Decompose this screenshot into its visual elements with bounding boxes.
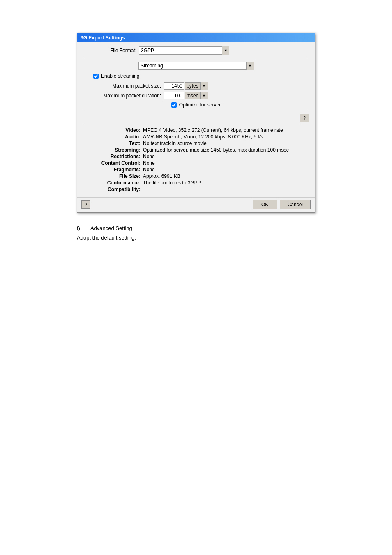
max-packet-duration-unit-wrapper: msec ▼ (185, 92, 208, 99)
fragments-label: Fragments: (83, 167, 141, 173)
streaming-select-wrapper: Streaming ▼ (138, 62, 254, 70)
streaming-label: Streaming: (83, 147, 141, 153)
max-packet-size-unit-select[interactable]: bytes (185, 82, 208, 90)
summary-file-size-row: File Size: Approx. 6991 KB (83, 173, 309, 179)
content-control-value: None (143, 160, 309, 166)
dialog-body: File Format: 3GPP ▼ Streaming ▼ (77, 42, 315, 197)
max-packet-duration-unit-select[interactable]: msec (185, 92, 208, 99)
cancel-button[interactable]: Cancel (280, 200, 311, 209)
max-packet-duration-row: Maximum packet duration: msec ▼ (89, 92, 303, 99)
content-control-label: Content Control: (83, 160, 141, 166)
streaming-value: Optimized for server, max size 1450 byte… (143, 147, 309, 153)
summary-fragments-row: Fragments: None (83, 167, 309, 173)
file-format-select[interactable]: 3GPP (139, 46, 229, 55)
summary-content-control-row: Content Control: None (83, 160, 309, 166)
streaming-panel: Streaming ▼ Enable streaming Maximum pac… (83, 58, 309, 111)
fragments-value: None (143, 167, 309, 173)
max-packet-size-input[interactable] (164, 82, 184, 90)
footer-help-button[interactable]: ? (81, 200, 90, 209)
dialog-title: 3G Export Settings (81, 35, 125, 41)
summary-streaming-row: Streaming: Optimized for server, max siz… (83, 147, 309, 153)
restrictions-value: None (143, 154, 309, 159)
conformance-label: Conformance: (83, 180, 141, 186)
text-value: No text track in source movie (143, 140, 309, 146)
help-btn-row: ? (83, 114, 309, 122)
enable-streaming-checkbox[interactable] (93, 74, 99, 79)
section-title: Advanced Setting (90, 225, 132, 231)
max-packet-duration-input[interactable] (164, 92, 184, 99)
summary-conformance-row: Conformance: The file conforms to 3GPP (83, 180, 309, 186)
enable-streaming-row: Enable streaming (89, 73, 303, 79)
ok-button[interactable]: OK (253, 200, 277, 209)
dialog-titlebar: 3G Export Settings (77, 33, 315, 42)
max-packet-size-label: Maximum packet size: (89, 83, 161, 89)
footer-buttons: OK Cancel (253, 200, 311, 209)
file-format-select-wrapper: 3GPP ▼ (139, 46, 229, 55)
dialog-3g-export-settings: 3G Export Settings File Format: 3GPP ▼ S… (77, 33, 315, 213)
max-packet-duration-label: Maximum packet duration: (89, 93, 161, 99)
optimize-label: Optimize for server (179, 102, 221, 108)
optimize-row: Optimize for server (89, 102, 303, 108)
compatibility-label: Compatibility: (83, 187, 141, 192)
below-content: f) Advanced Setting Adopt the default se… (52, 225, 340, 241)
summary-section: Video: MPEG 4 Video, 352 x 272 (Current)… (83, 124, 309, 192)
file-format-row: File Format: 3GPP ▼ (83, 46, 309, 55)
video-value: MPEG 4 Video, 352 x 272 (Current), 64 kb… (143, 127, 309, 133)
video-label: Video: (83, 127, 141, 133)
audio-value: AMR-NB Speech, Mono, 12.200 kbps, 8.000 … (143, 134, 309, 140)
summary-text-row: Text: No text track in source movie (83, 140, 309, 146)
text-label: Text: (83, 140, 141, 146)
file-size-value: Approx. 6991 KB (143, 173, 309, 179)
help-button[interactable]: ? (300, 114, 309, 122)
section-header: f) Advanced Setting (77, 225, 340, 231)
audio-label: Audio: (83, 134, 141, 140)
optimize-checkbox[interactable] (171, 102, 177, 108)
streaming-tab-select[interactable]: Streaming (138, 62, 254, 70)
summary-compatibility-row: Compatibility: (83, 187, 309, 192)
file-size-label: File Size: (83, 173, 141, 179)
section-letter: f) (77, 225, 89, 231)
file-format-label: File Format: (83, 48, 136, 53)
max-packet-size-row: Maximum packet size: bytes ▼ (89, 82, 303, 90)
summary-restrictions-row: Restrictions: None (83, 154, 309, 159)
summary-audio-row: Audio: AMR-NB Speech, Mono, 12.200 kbps,… (83, 134, 309, 140)
summary-video-row: Video: MPEG 4 Video, 352 x 272 (Current)… (83, 127, 309, 133)
conformance-value: The file conforms to 3GPP (143, 180, 309, 186)
max-packet-size-unit-wrapper: bytes ▼ (185, 82, 208, 90)
section-desc: Adopt the default setting. (77, 235, 340, 241)
enable-streaming-label: Enable streaming (101, 73, 139, 79)
dialog-footer: ? OK Cancel (77, 197, 315, 212)
restrictions-label: Restrictions: (83, 154, 141, 159)
streaming-header-row: Streaming ▼ (89, 62, 303, 70)
